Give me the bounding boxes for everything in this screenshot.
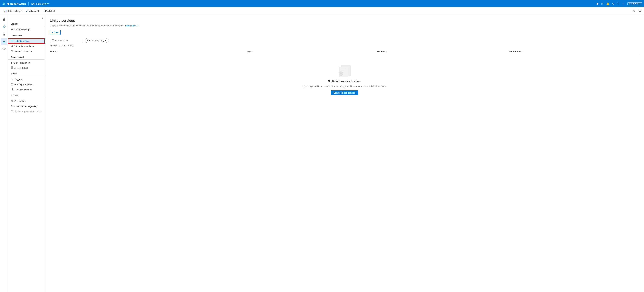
create-linked-service-button[interactable]: Create linked service <box>331 90 358 95</box>
credentials-icon <box>11 100 13 102</box>
nav-item-integration-runtimes[interactable]: Integration runtimes <box>8 44 45 49</box>
global-parameters-label: Global parameters <box>14 83 32 86</box>
svg-rect-3 <box>3 42 5 42</box>
connections-section-label: Connections <box>8 32 45 37</box>
nav-item-microsoft-purview[interactable]: Microsoft Purview <box>8 49 45 54</box>
sidebar-icon-monitor[interactable] <box>1 31 8 38</box>
grid-icon[interactable]: ⊞ <box>601 2 604 5</box>
sidebar-icon-learn[interactable] <box>1 46 8 52</box>
svg-point-0 <box>3 33 5 36</box>
svg-rect-21 <box>12 88 13 90</box>
topbar-separator <box>28 2 28 6</box>
nav-item-triggers[interactable]: Triggers <box>8 77 45 82</box>
nav-item-credentials[interactable]: Credentials <box>8 98 45 104</box>
sidebar-icon-home[interactable] <box>1 16 8 23</box>
help-icon[interactable]: ? <box>617 2 619 5</box>
git-icon: ◆ <box>11 62 12 64</box>
validate-all-button[interactable]: ✓ Validate all <box>24 9 41 13</box>
azure-logo-icon <box>2 2 5 5</box>
empty-state: No linked service to show If you expecte… <box>50 54 639 106</box>
svg-rect-19 <box>11 90 12 90</box>
settings-icon[interactable]: ⚙ <box>612 2 614 5</box>
data-factory-label: Data Factory <box>8 10 20 12</box>
svg-rect-30 <box>341 70 345 70</box>
app-layout: « General Factory settings Connections L… <box>0 15 644 292</box>
main-content: Linked services Linked service defines t… <box>45 15 644 292</box>
author-divider <box>8 76 45 76</box>
dropdown-arrow-icon: ▾ <box>21 10 22 12</box>
nav-item-factory-settings[interactable]: Factory settings <box>8 27 45 32</box>
nav-item-global-parameters[interactable]: Global parameters <box>8 82 45 87</box>
data-flow-libraries-label: Data flow libraries <box>14 88 32 91</box>
create-linked-service-label: Create linked service <box>334 92 355 94</box>
col-header-type[interactable]: Type ↕ <box>246 50 377 53</box>
customer-managed-key-label: Customer managed key <box>14 105 38 108</box>
topbar: Microsoft Azure Your-data-factory 🖥 ⊞ 🔔 … <box>0 0 644 8</box>
factory-name: Your-data-factory <box>30 2 48 5</box>
bell-icon[interactable]: 🔔 <box>606 2 610 5</box>
page-description: Linked service defines the connection in… <box>50 24 639 27</box>
nav-item-arm-template[interactable]: ARM template <box>8 65 45 70</box>
factory-icon: 📊 <box>4 10 6 12</box>
toolbar: 📊 Data Factory ▾ ✓ Validate all ↑ Publis… <box>0 8 644 15</box>
annotations-button[interactable]: Annotations : Any ▾ <box>85 38 108 43</box>
validate-all-label: Validate all <box>29 10 39 12</box>
sidebar-icon-author[interactable] <box>1 24 8 30</box>
col-related-label: Related <box>377 50 385 53</box>
refresh-button[interactable]: ↻ <box>632 9 636 13</box>
toolbar-right: ↻ 🗑 <box>632 9 642 13</box>
svg-rect-14 <box>12 66 13 68</box>
factory-settings-label: Factory settings <box>14 28 30 31</box>
external-link-icon: ↗ <box>137 24 139 27</box>
data-factory-button[interactable]: 📊 Data Factory ▾ <box>2 9 24 13</box>
git-configuration-label: Git configuration <box>14 62 30 64</box>
nav-sidebar: « General Factory settings Connections L… <box>8 15 45 292</box>
monitor-icon[interactable]: 🖥 <box>596 2 598 5</box>
brand-name: Microsoft Azure <box>7 2 26 5</box>
svg-rect-2 <box>3 41 5 41</box>
learn-more-link[interactable]: Learn more ↗ <box>125 24 139 27</box>
annotations-label: Annotations : Any <box>87 39 104 42</box>
col-header-annotations[interactable]: Annotations ↕ <box>508 50 639 53</box>
arm-template-label: ARM template <box>14 66 28 69</box>
publish-icon: ↑ <box>43 10 44 12</box>
collapse-sidebar-button[interactable]: « <box>42 17 44 20</box>
svg-rect-13 <box>11 66 12 68</box>
empty-state-title: No linked service to show <box>328 80 361 83</box>
svg-point-9 <box>12 40 13 41</box>
col-header-related[interactable]: Related ↕ <box>377 50 508 53</box>
security-section-label: Security <box>8 92 45 97</box>
topbar-brand: Microsoft Azure <box>2 2 26 5</box>
microsoft-purview-label: Microsoft Purview <box>14 50 32 53</box>
source-control-section-label: Source control <box>8 54 45 59</box>
learn-more-text: Learn more <box>125 24 136 27</box>
empty-state-illustration <box>336 64 353 78</box>
empty-state-subtitle: If you expected to see results, try chan… <box>303 85 386 88</box>
key-icon <box>11 105 13 108</box>
plus-icon: + <box>52 31 53 34</box>
svg-point-8 <box>11 40 12 41</box>
user-icon[interactable]: 👤 <box>621 2 625 5</box>
publish-all-button[interactable]: ↑ Publish all <box>42 9 57 13</box>
integration-runtimes-icon <box>11 45 13 48</box>
col-header-name[interactable]: Name ↕ <box>50 50 246 53</box>
nav-item-git-configuration[interactable]: ◆ Git configuration <box>8 60 45 65</box>
svg-point-18 <box>12 84 12 84</box>
nav-item-data-flow-libraries[interactable]: Data flow libraries <box>8 87 45 92</box>
validate-icon: ✓ <box>26 10 28 12</box>
nav-item-customer-managed-key[interactable]: Customer managed key <box>8 104 45 109</box>
new-button[interactable]: + New <box>50 30 60 35</box>
triggers-icon <box>11 78 13 81</box>
filter-input[interactable] <box>55 39 82 42</box>
linked-services-icon <box>11 40 13 42</box>
sort-annotations-icon: ↕ <box>522 51 523 53</box>
sidebar-icon-manage[interactable] <box>1 38 8 45</box>
nav-item-linked-services[interactable]: Linked services <box>8 38 45 44</box>
table-header: Name ↕ Type ↕ Related ↕ Annotations ↕ <box>50 49 639 54</box>
annotations-chevron-icon: ▾ <box>105 39 106 42</box>
svg-rect-4 <box>3 42 5 42</box>
ms-badge: MICROSOFT <box>628 2 642 5</box>
discard-button[interactable]: 🗑 <box>638 9 642 13</box>
col-annotations-label: Annotations <box>508 50 521 53</box>
nav-item-managed-private-endpoints: Managed private endpoints <box>8 109 45 114</box>
